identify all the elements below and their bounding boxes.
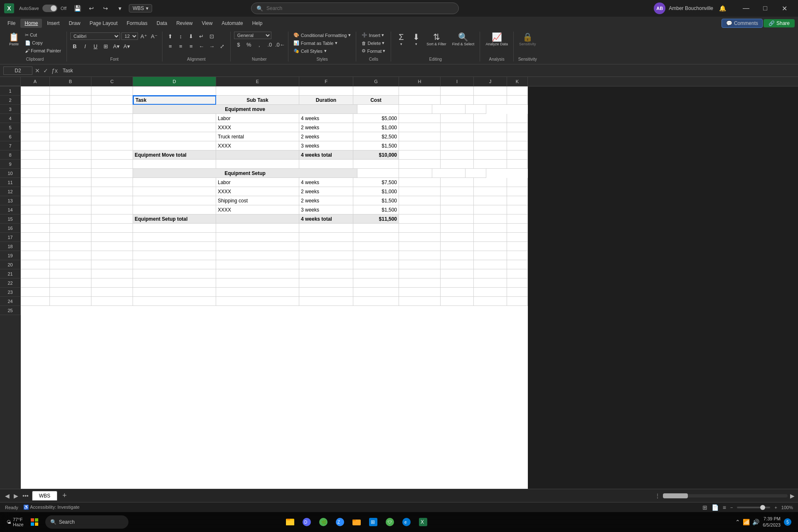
row-header-6[interactable]: 6 [0,132,21,141]
cell-b1[interactable] [50,86,91,96]
notifications-icon[interactable]: 🔔 [717,2,728,14]
volume-icon[interactable]: 🔊 [752,519,759,525]
cell-i11[interactable] [441,178,474,187]
cell-c15[interactable] [91,214,133,224]
decrease-indent-button[interactable]: ← [197,42,206,51]
menu-automate[interactable]: Automate [217,19,247,28]
cell-j5[interactable] [474,123,507,132]
cell-e16[interactable] [216,224,299,233]
cell-c16[interactable] [91,224,133,233]
fill-button[interactable]: ⬇ ▾ [409,32,423,47]
paste-button[interactable]: 📋 Paste [7,32,21,47]
cell-d11[interactable] [133,178,216,187]
row-header-10[interactable]: 10 [0,169,21,178]
cell-g9[interactable] [353,160,399,169]
cell-i13[interactable] [441,196,474,205]
cell-i14[interactable] [441,205,474,214]
cell-d14[interactable] [133,205,216,214]
cell-k8[interactable] [507,150,528,160]
cell-j3[interactable] [432,105,466,114]
cell-h3[interactable] [357,105,399,114]
fill-color-button[interactable]: A▾ [112,42,121,51]
cell-g13[interactable]: $1,500 [353,196,399,205]
page-layout-view-button[interactable]: 📄 [712,504,719,511]
cell-c9[interactable] [91,160,133,169]
zoom-out-button[interactable]: − [730,505,733,510]
cell-g5[interactable]: $1,000 [353,123,399,132]
menu-review[interactable]: Review [172,19,197,28]
cell-h1[interactable] [399,86,441,96]
cell-i1[interactable] [441,86,474,96]
undo-button[interactable]: ↩ [86,2,97,14]
cell-a2[interactable] [21,96,50,105]
cell-g6[interactable]: $2,500 [353,132,399,141]
menu-draw[interactable]: Draw [64,19,84,28]
cell-j14[interactable] [474,205,507,214]
taskbar-store-app[interactable]: ⊞ [366,515,381,530]
cell-c6[interactable] [91,132,133,141]
cell-g14[interactable]: $1,500 [353,205,399,214]
cell-a10[interactable] [21,169,50,178]
cell-j8[interactable] [474,150,507,160]
cell-reference-input[interactable] [3,66,32,75]
cell-i5[interactable] [441,123,474,132]
wrap-text-button[interactable]: ↵ [197,32,206,41]
cell-h16[interactable] [399,224,441,233]
cell-k13[interactable] [507,196,528,205]
underline-button[interactable]: U [91,42,100,51]
cell-f5[interactable]: 2 weeks [299,123,353,132]
row-header-3[interactable]: 3 [0,105,21,114]
cell-h10[interactable] [357,169,399,178]
cell-g15[interactable]: $11,500 [353,214,399,224]
cell-i2[interactable] [441,96,474,105]
taskbar-plant-app[interactable]: 🌿 [316,515,331,530]
cell-a15[interactable] [21,214,50,224]
cell-k11[interactable] [507,178,528,187]
menu-home[interactable]: Home [20,19,42,28]
cell-b3[interactable] [50,105,91,114]
cell-c3[interactable] [91,105,133,114]
cell-j6[interactable] [474,132,507,141]
taskbar-zoom-app[interactable]: Z [332,515,347,530]
format-cells-button[interactable]: ⚙Format▾ [360,47,387,54]
cell-b2[interactable] [50,96,91,105]
cell-b12[interactable] [50,187,91,196]
search-input[interactable] [266,5,453,11]
col-header-i[interactable]: I [441,77,474,86]
taskbar-folder-app[interactable] [349,515,364,530]
row-header-18[interactable]: 18 [0,242,21,251]
font-color-button[interactable]: A▾ [122,42,131,51]
cell-k5[interactable] [507,123,528,132]
cell-b6[interactable] [50,132,91,141]
cell-e9[interactable] [216,160,299,169]
align-middle-button[interactable]: ↕ [176,32,185,41]
align-bottom-button[interactable]: ⬇ [187,32,196,41]
cell-a4[interactable] [21,114,50,123]
cell-a11[interactable] [21,178,50,187]
row-header-7[interactable]: 7 [0,141,21,150]
cell-d5[interactable] [133,123,216,132]
cell-f12[interactable]: 2 weeks [299,187,353,196]
cell-c12[interactable] [91,187,133,196]
increase-font-button[interactable]: A⁺ [139,32,148,41]
conditional-formatting-button[interactable]: 🎨Conditional Formatting▾ [292,32,353,39]
cell-e13[interactable]: Shipping cost [216,196,299,205]
taskbar-search[interactable]: 🔍 Search [45,515,128,529]
decrease-decimal-button[interactable]: .0← [276,40,285,49]
row-header-21[interactable]: 21 [0,269,21,278]
cancel-formula-icon[interactable]: ✕ [35,67,40,74]
cell-i15[interactable] [441,214,474,224]
col-header-g[interactable]: G [353,77,399,86]
cell-h9[interactable] [399,160,441,169]
increase-decimal-button[interactable]: .0 [265,40,274,49]
analyze-data-button[interactable]: 📈 Analyze Data [483,32,510,47]
cell-a3[interactable] [21,105,50,114]
more-button[interactable]: ▾ [114,2,126,14]
cell-f13[interactable]: 2 weeks [299,196,353,205]
comma-button[interactable]: , [255,40,264,49]
cell-f9[interactable] [299,160,353,169]
cell-f4[interactable]: 4 weeks [299,114,353,123]
cell-d2[interactable]: Task [133,96,216,105]
cell-c2[interactable] [91,96,133,105]
cell-e5[interactable]: XXXX [216,123,299,132]
